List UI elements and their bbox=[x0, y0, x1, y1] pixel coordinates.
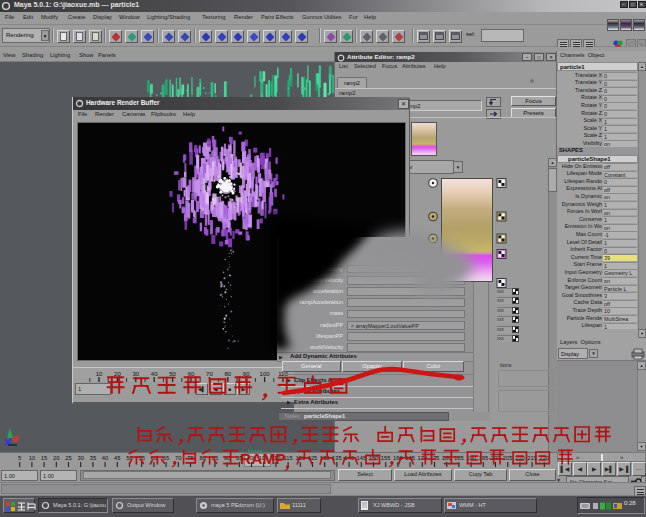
svg-text:RAMP: RAMP bbox=[240, 450, 286, 467]
